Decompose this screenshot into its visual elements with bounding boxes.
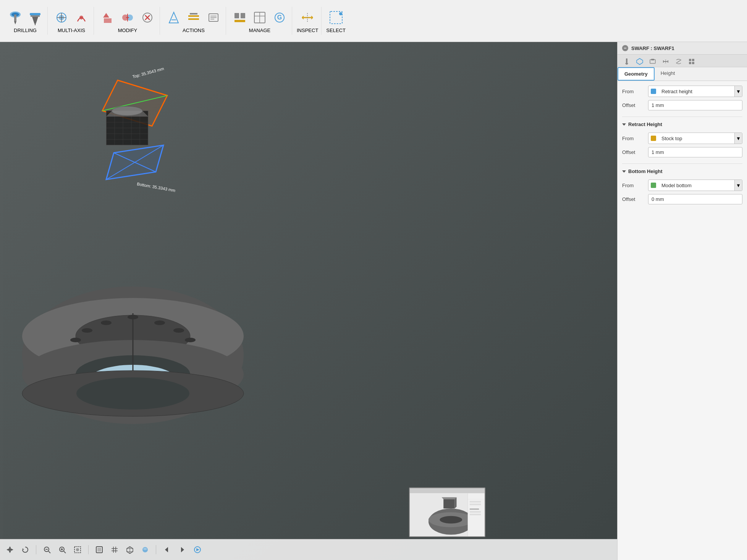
actions-btn-2[interactable] bbox=[184, 8, 203, 27]
bottom-offset-label: Offset bbox=[622, 196, 645, 202]
tab-tool[interactable] bbox=[621, 56, 633, 67]
retract-offset-input[interactable] bbox=[648, 147, 742, 157]
divider-2 bbox=[622, 163, 742, 164]
viewport[interactable]: Top: 35.3543 mm bbox=[0, 42, 617, 560]
from-row-top: From Retract height ▼ bbox=[622, 86, 742, 97]
view-cube-btn[interactable] bbox=[124, 544, 136, 556]
svg-rect-5 bbox=[31, 15, 40, 17]
modify-btn-2[interactable] bbox=[118, 8, 137, 27]
drilling-btn-1[interactable] bbox=[6, 8, 24, 27]
svg-rect-147 bbox=[692, 59, 694, 61]
nav-prev-btn[interactable] bbox=[161, 544, 173, 556]
svg-rect-22 bbox=[190, 13, 197, 15]
svg-marker-6 bbox=[32, 17, 38, 24]
display-mode-btn[interactable] bbox=[93, 544, 105, 556]
svg-line-97 bbox=[49, 551, 50, 553]
actions-btn-1[interactable] bbox=[165, 8, 183, 27]
grid-btn[interactable] bbox=[108, 544, 121, 556]
bottom-height-header[interactable]: Bottom Height bbox=[622, 167, 742, 176]
appearance-btn[interactable] bbox=[139, 544, 151, 556]
offset-input-top[interactable] bbox=[648, 100, 742, 110]
retract-from-row: From Stock top ▼ bbox=[622, 133, 742, 144]
multi-axis-btn-2[interactable] bbox=[72, 8, 91, 27]
move-btn[interactable] bbox=[4, 544, 16, 556]
svg-rect-141 bbox=[651, 59, 654, 60]
svg-point-88 bbox=[76, 377, 189, 409]
viewport-bottom-toolbar bbox=[0, 539, 617, 560]
retract-offset-row: Offset bbox=[622, 147, 742, 157]
bottom-height-chevron bbox=[622, 170, 626, 173]
panel-tab-bar bbox=[618, 55, 747, 67]
actions-label: ACTIONS bbox=[183, 28, 205, 33]
retract-height-header[interactable]: Retract Height bbox=[622, 120, 742, 129]
offset-row-top: Offset bbox=[622, 100, 742, 110]
sep1 bbox=[36, 545, 36, 554]
retract-height-title: Retract Height bbox=[628, 121, 662, 127]
svg-point-103 bbox=[76, 548, 79, 551]
svg-rect-149 bbox=[692, 62, 694, 64]
zoom-in-btn[interactable] bbox=[56, 544, 68, 556]
manage-btn-2[interactable] bbox=[251, 8, 269, 27]
zoom-out-btn[interactable] bbox=[41, 544, 53, 556]
select-group: SELECT bbox=[323, 7, 349, 35]
main-toolbar: DRILLING bbox=[0, 0, 747, 42]
multi-axis-btn-1[interactable] bbox=[52, 8, 71, 27]
tab-advanced[interactable] bbox=[686, 56, 698, 67]
svg-marker-18 bbox=[169, 12, 178, 23]
tab-geometry[interactable] bbox=[634, 56, 646, 67]
sub-tab-geometry[interactable]: Geometry bbox=[618, 67, 655, 81]
svg-rect-148 bbox=[689, 62, 691, 64]
manage-btn-3[interactable]: G bbox=[270, 8, 289, 27]
divider-1 bbox=[622, 117, 742, 117]
offset-label-top: Offset bbox=[622, 102, 645, 108]
nav-next-btn[interactable] bbox=[176, 544, 188, 556]
bottom-from-icon bbox=[651, 183, 656, 188]
bottom-from-dropdown[interactable]: Model bottom ▼ bbox=[648, 180, 742, 191]
tab-stock[interactable] bbox=[647, 56, 659, 67]
svg-marker-116 bbox=[165, 547, 168, 552]
actions-btn-3[interactable] bbox=[204, 8, 223, 27]
manage-btn-1[interactable] bbox=[231, 8, 249, 27]
from-section: From Retract height ▼ Offset bbox=[622, 86, 742, 110]
svg-marker-127 bbox=[455, 497, 457, 508]
zoom-fit-btn[interactable] bbox=[71, 544, 84, 556]
svg-point-12 bbox=[79, 16, 83, 19]
drilling-label: DRILLING bbox=[14, 28, 37, 33]
svg-marker-138 bbox=[625, 63, 628, 65]
bottom-height-title: Bottom Height bbox=[628, 168, 663, 174]
drilling-btn-2[interactable] bbox=[26, 8, 44, 27]
from-dropdown-top[interactable]: Retract height ▼ bbox=[648, 86, 742, 97]
from-value-top: Retract height bbox=[658, 87, 734, 96]
inspect-group: INSPECT bbox=[294, 7, 322, 35]
select-btn-1[interactable] bbox=[327, 8, 345, 27]
svg-rect-121 bbox=[410, 488, 485, 493]
simulation-btn[interactable] bbox=[191, 544, 204, 556]
svg-point-73 bbox=[173, 328, 184, 333]
bottom-from-arrow[interactable]: ▼ bbox=[734, 180, 742, 191]
from-dropdown-arrow-top[interactable]: ▼ bbox=[734, 86, 742, 97]
retract-from-arrow[interactable]: ▼ bbox=[734, 133, 742, 144]
drilling-group: DRILLING bbox=[3, 7, 48, 35]
svg-rect-27 bbox=[234, 13, 239, 18]
svg-point-75 bbox=[185, 338, 196, 342]
svg-marker-94 bbox=[23, 548, 24, 550]
panel-header-icon bbox=[622, 45, 628, 51]
modify-btn-1[interactable] bbox=[99, 8, 117, 27]
modify-btn-3[interactable] bbox=[138, 8, 157, 27]
tab-passes[interactable] bbox=[673, 56, 685, 67]
inspect-btn-1[interactable] bbox=[298, 8, 317, 27]
panel-title: SWARF : SWARF1 bbox=[631, 45, 674, 51]
sep2 bbox=[88, 545, 89, 554]
rotate-btn[interactable] bbox=[19, 544, 31, 556]
svg-text:G: G bbox=[277, 14, 282, 21]
minimap bbox=[409, 487, 485, 537]
retract-height-chevron bbox=[622, 123, 626, 126]
svg-rect-125 bbox=[443, 499, 454, 509]
tab-linking[interactable] bbox=[660, 56, 672, 67]
bottom-offset-input[interactable] bbox=[648, 194, 742, 204]
svg-rect-146 bbox=[689, 59, 691, 61]
retract-offset-label: Offset bbox=[622, 149, 645, 155]
sub-tab-height[interactable]: Height bbox=[655, 67, 681, 81]
svg-point-93 bbox=[9, 549, 11, 551]
retract-from-dropdown[interactable]: Stock top ▼ bbox=[648, 133, 742, 144]
